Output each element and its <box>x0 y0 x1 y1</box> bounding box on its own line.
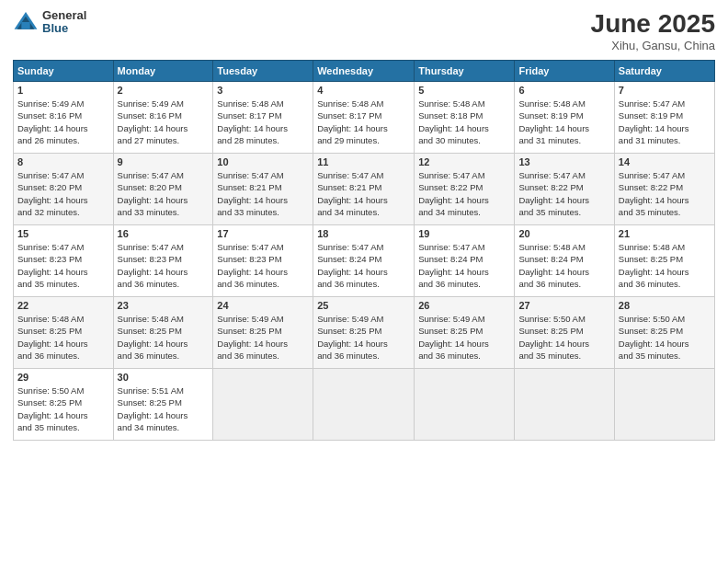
day-number: 13 <box>518 156 609 167</box>
day-info: Sunrise: 5:47 AMSunset: 8:22 PMDaylight:… <box>418 169 510 218</box>
day-info: Sunrise: 5:51 AMSunset: 8:25 PMDaylight:… <box>118 385 210 433</box>
logo-icon <box>13 9 39 35</box>
logo: General Blue <box>13 9 86 36</box>
day-cell: 3Sunrise: 5:48 AMSunset: 8:17 PMDaylight… <box>213 82 313 154</box>
week-row-2: 15Sunrise: 5:47 AMSunset: 8:23 PMDayligh… <box>14 225 715 297</box>
day-number: 10 <box>217 156 309 167</box>
day-info: Sunrise: 5:47 AMSunset: 8:20 PMDaylight:… <box>17 169 109 218</box>
day-number: 1 <box>17 85 109 96</box>
logo-general: General <box>42 9 86 22</box>
header-row: Sunday Monday Tuesday Wednesday Thursday… <box>14 61 715 82</box>
day-info: Sunrise: 5:49 AMSunset: 8:25 PMDaylight:… <box>418 313 510 362</box>
calendar-table: Sunday Monday Tuesday Wednesday Thursday… <box>13 60 715 441</box>
day-info: Sunrise: 5:47 AMSunset: 8:24 PMDaylight:… <box>418 241 510 290</box>
day-cell <box>213 369 313 441</box>
day-info: Sunrise: 5:48 AMSunset: 8:25 PMDaylight:… <box>118 313 210 362</box>
day-number: 12 <box>418 156 510 167</box>
day-info: Sunrise: 5:50 AMSunset: 8:25 PMDaylight:… <box>17 385 109 433</box>
day-cell: 22Sunrise: 5:48 AMSunset: 8:25 PMDayligh… <box>14 297 114 369</box>
header-saturday: Saturday <box>614 61 714 82</box>
day-cell: 27Sunrise: 5:50 AMSunset: 8:25 PMDayligh… <box>515 297 614 369</box>
day-cell: 7Sunrise: 5:47 AMSunset: 8:19 PMDaylight… <box>614 82 714 154</box>
day-info: Sunrise: 5:47 AMSunset: 8:22 PMDaylight:… <box>518 169 609 218</box>
day-cell <box>515 369 614 441</box>
title-block: June 2025 Xihu, Gansu, China <box>591 9 715 52</box>
day-info: Sunrise: 5:47 AMSunset: 8:22 PMDaylight:… <box>619 169 711 218</box>
day-cell: 13Sunrise: 5:47 AMSunset: 8:22 PMDayligh… <box>515 154 614 225</box>
day-cell: 5Sunrise: 5:48 AMSunset: 8:18 PMDaylight… <box>415 82 515 154</box>
day-cell: 1Sunrise: 5:49 AMSunset: 8:16 PMDaylight… <box>14 82 114 154</box>
day-number: 7 <box>619 85 711 96</box>
day-info: Sunrise: 5:48 AMSunset: 8:25 PMDaylight:… <box>619 241 711 290</box>
day-info: Sunrise: 5:49 AMSunset: 8:16 PMDaylight:… <box>17 98 109 146</box>
day-info: Sunrise: 5:47 AMSunset: 8:20 PMDaylight:… <box>118 169 210 218</box>
week-row-0: 1Sunrise: 5:49 AMSunset: 8:16 PMDaylight… <box>14 82 715 154</box>
day-number: 23 <box>118 300 210 311</box>
header-monday: Monday <box>113 61 213 82</box>
day-info: Sunrise: 5:49 AMSunset: 8:25 PMDaylight:… <box>317 313 410 362</box>
day-number: 4 <box>317 85 410 96</box>
day-info: Sunrise: 5:47 AMSunset: 8:24 PMDaylight:… <box>317 241 410 290</box>
logo-text: General Blue <box>42 9 86 36</box>
day-cell: 2Sunrise: 5:49 AMSunset: 8:16 PMDaylight… <box>113 82 213 154</box>
header-friday: Friday <box>515 61 614 82</box>
day-number: 9 <box>118 156 210 167</box>
day-cell <box>614 369 714 441</box>
header-tuesday: Tuesday <box>213 61 313 82</box>
day-number: 26 <box>418 300 510 311</box>
day-number: 22 <box>17 300 109 311</box>
header-thursday: Thursday <box>415 61 515 82</box>
day-cell: 21Sunrise: 5:48 AMSunset: 8:25 PMDayligh… <box>614 225 714 297</box>
day-cell: 10Sunrise: 5:47 AMSunset: 8:21 PMDayligh… <box>213 154 313 225</box>
day-cell: 26Sunrise: 5:49 AMSunset: 8:25 PMDayligh… <box>415 297 515 369</box>
day-number: 18 <box>317 228 410 239</box>
day-cell: 14Sunrise: 5:47 AMSunset: 8:22 PMDayligh… <box>614 154 714 225</box>
week-row-3: 22Sunrise: 5:48 AMSunset: 8:25 PMDayligh… <box>14 297 715 369</box>
day-cell: 12Sunrise: 5:47 AMSunset: 8:22 PMDayligh… <box>415 154 515 225</box>
calendar-subtitle: Xihu, Gansu, China <box>591 39 715 52</box>
week-row-4: 29Sunrise: 5:50 AMSunset: 8:25 PMDayligh… <box>14 369 715 441</box>
day-number: 25 <box>317 300 410 311</box>
day-info: Sunrise: 5:48 AMSunset: 8:25 PMDaylight:… <box>17 313 109 362</box>
day-number: 8 <box>17 156 109 167</box>
day-number: 6 <box>518 85 609 96</box>
day-cell: 15Sunrise: 5:47 AMSunset: 8:23 PMDayligh… <box>14 225 114 297</box>
day-cell: 24Sunrise: 5:49 AMSunset: 8:25 PMDayligh… <box>213 297 313 369</box>
day-cell: 23Sunrise: 5:48 AMSunset: 8:25 PMDayligh… <box>113 297 213 369</box>
day-number: 21 <box>619 228 711 239</box>
day-info: Sunrise: 5:50 AMSunset: 8:25 PMDaylight:… <box>619 313 711 362</box>
day-info: Sunrise: 5:47 AMSunset: 8:23 PMDaylight:… <box>17 241 109 290</box>
header-wednesday: Wednesday <box>313 61 415 82</box>
day-cell <box>313 369 415 441</box>
day-info: Sunrise: 5:47 AMSunset: 8:23 PMDaylight:… <box>217 241 309 290</box>
day-number: 24 <box>217 300 309 311</box>
day-cell <box>415 369 515 441</box>
day-number: 28 <box>619 300 711 311</box>
day-cell: 9Sunrise: 5:47 AMSunset: 8:20 PMDaylight… <box>113 154 213 225</box>
day-info: Sunrise: 5:48 AMSunset: 8:17 PMDaylight:… <box>217 98 309 146</box>
day-number: 19 <box>418 228 510 239</box>
day-info: Sunrise: 5:47 AMSunset: 8:21 PMDaylight:… <box>217 169 309 218</box>
calendar-page: General Blue June 2025 Xihu, Gansu, Chin… <box>0 0 728 563</box>
day-number: 27 <box>518 300 609 311</box>
day-cell: 28Sunrise: 5:50 AMSunset: 8:25 PMDayligh… <box>614 297 714 369</box>
day-cell: 20Sunrise: 5:48 AMSunset: 8:24 PMDayligh… <box>515 225 614 297</box>
day-cell: 18Sunrise: 5:47 AMSunset: 8:24 PMDayligh… <box>313 225 415 297</box>
day-cell: 6Sunrise: 5:48 AMSunset: 8:19 PMDaylight… <box>515 82 614 154</box>
day-number: 5 <box>418 85 510 96</box>
day-cell: 17Sunrise: 5:47 AMSunset: 8:23 PMDayligh… <box>213 225 313 297</box>
day-cell: 30Sunrise: 5:51 AMSunset: 8:25 PMDayligh… <box>113 369 213 441</box>
day-info: Sunrise: 5:47 AMSunset: 8:21 PMDaylight:… <box>317 169 410 218</box>
day-info: Sunrise: 5:47 AMSunset: 8:23 PMDaylight:… <box>118 241 210 290</box>
calendar-title: June 2025 <box>591 9 715 39</box>
day-number: 17 <box>217 228 309 239</box>
day-cell: 16Sunrise: 5:47 AMSunset: 8:23 PMDayligh… <box>113 225 213 297</box>
day-info: Sunrise: 5:47 AMSunset: 8:19 PMDaylight:… <box>619 98 711 146</box>
day-cell: 19Sunrise: 5:47 AMSunset: 8:24 PMDayligh… <box>415 225 515 297</box>
day-info: Sunrise: 5:50 AMSunset: 8:25 PMDaylight:… <box>518 313 609 362</box>
day-info: Sunrise: 5:48 AMSunset: 8:24 PMDaylight:… <box>518 241 609 290</box>
header-sunday: Sunday <box>14 61 114 82</box>
day-cell: 4Sunrise: 5:48 AMSunset: 8:17 PMDaylight… <box>313 82 415 154</box>
day-info: Sunrise: 5:48 AMSunset: 8:18 PMDaylight:… <box>418 98 510 146</box>
day-cell: 8Sunrise: 5:47 AMSunset: 8:20 PMDaylight… <box>14 154 114 225</box>
